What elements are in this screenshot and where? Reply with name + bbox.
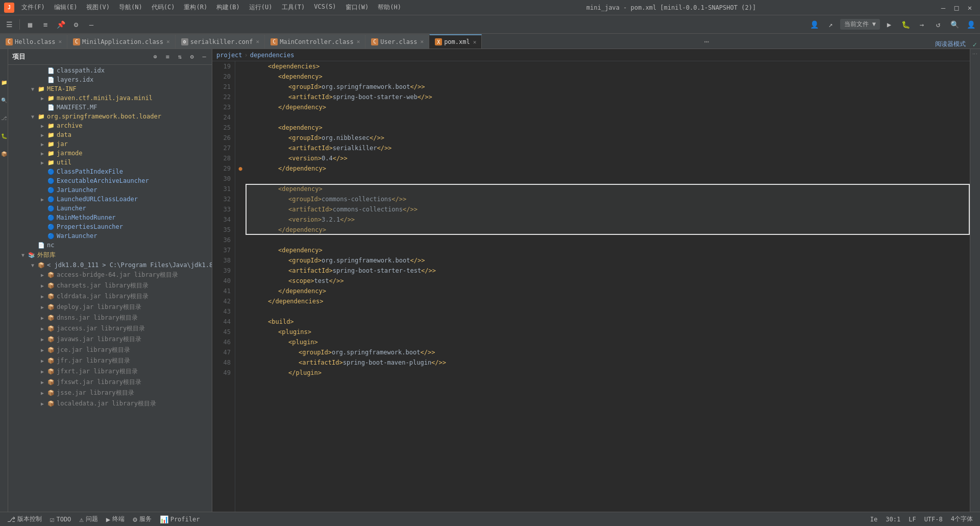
account-btn[interactable]: 👤 <box>964 17 978 32</box>
search-btn[interactable]: 🔍 <box>947 17 962 32</box>
person-icon[interactable]: 👤 <box>807 17 822 32</box>
sidebar-collapse-btn[interactable]: — <box>199 51 210 62</box>
tree-item-25[interactable]: ▶📦deploy.jar library根目录 <box>8 302 212 313</box>
menu-refactor[interactable]: 重构(R) <box>180 2 211 13</box>
tree-item-18[interactable]: 🔵WarLauncher <box>8 231 212 241</box>
menu-code[interactable]: 代码(C) <box>148 2 179 13</box>
activity-git-icon[interactable]: ⎇ <box>1 115 7 121</box>
status-line-ending[interactable]: LF <box>905 514 919 525</box>
tree-item-11[interactable]: 🔵ClassPathIndexFile <box>8 167 212 176</box>
tree-item-22[interactable]: ▶📦access-bridge-64.jar library根目录 <box>8 270 212 280</box>
tree-item-13[interactable]: 🔵JarLauncher <box>8 185 212 195</box>
activity-project-icon[interactable]: 📁 <box>1 80 7 85</box>
toolbar-project-toggle[interactable]: ▦ <box>23 17 37 32</box>
tree-item-26[interactable]: ▶📦dnsns.jar library根目录 <box>8 313 212 323</box>
right-panel-icon-1[interactable]: ⋮ <box>972 51 978 57</box>
arrow-icon[interactable]: ↗ <box>824 17 838 32</box>
status-services[interactable]: ⚙ 服务 <box>130 514 154 525</box>
tab-minil[interactable]: C MinilApplication.class ✕ <box>67 34 176 49</box>
toolbar-collapse-btn[interactable]: — <box>84 17 99 32</box>
tree-item-4[interactable]: 📄MANIFEST.MF <box>8 103 212 112</box>
sidebar-sort-btn[interactable]: ⇅ <box>174 51 185 62</box>
tab-hello[interactable]: C Hello.class ✕ <box>0 34 67 49</box>
menu-edit[interactable]: 编辑(E) <box>50 2 82 13</box>
tabs-more-button[interactable]: ⋯ <box>700 34 713 49</box>
tab-close-hello[interactable]: ✕ <box>58 38 62 45</box>
toolbar-layout-btn[interactable]: ≡ <box>38 17 53 32</box>
menu-run[interactable]: 运行(U) <box>245 2 277 13</box>
sidebar-settings-btn[interactable]: ⚙ <box>186 51 198 62</box>
menu-file[interactable]: 文件(F) <box>17 2 49 13</box>
status-problems[interactable]: ⚠ 问题 <box>76 514 101 525</box>
activity-debug-icon[interactable]: 🐛 <box>1 133 7 139</box>
tree-item-33[interactable]: ▶📦jsse.jar library根目录 <box>8 388 212 398</box>
tree-item-7[interactable]: ▶📁data <box>8 130 212 139</box>
toolbar-menu-icon[interactable]: ☰ <box>2 17 16 32</box>
tab-userclass[interactable]: C User.class ✕ <box>365 34 429 49</box>
tree-item-17[interactable]: 🔵PropertiesLauncher <box>8 222 212 231</box>
tree-item-34[interactable]: ▶📦localedata.jar library根目录 <box>8 398 212 409</box>
status-position[interactable]: 30:1 <box>883 514 903 525</box>
tab-close-serialkiller[interactable]: ✕ <box>256 38 260 45</box>
debug-btn[interactable]: 🐛 <box>898 17 913 32</box>
activity-ext-icon[interactable]: 📦 <box>1 151 7 157</box>
tree-item-29[interactable]: ▶📦jce.jar library根目录 <box>8 345 212 355</box>
menu-help[interactable]: 帮助(H) <box>374 2 405 13</box>
tree-item-10[interactable]: ▶📁util <box>8 158 212 167</box>
refresh-btn[interactable]: ↺ <box>931 17 945 32</box>
status-ie[interactable]: Ie <box>867 514 880 525</box>
tree-item-9[interactable]: ▶📁jarmode <box>8 149 212 158</box>
tab-close-maincontroller[interactable]: ✕ <box>357 38 360 45</box>
menu-build[interactable]: 构建(B) <box>212 2 244 13</box>
code-lines[interactable]: <dependencies><dependency><groupId>org.s… <box>246 61 970 512</box>
tab-close-userclass[interactable]: ✕ <box>421 38 424 45</box>
menu-window[interactable]: 窗口(W) <box>341 2 373 13</box>
tree-item-16[interactable]: 🔵MainMethodRunner <box>8 213 212 222</box>
tree-item-30[interactable]: ▶📦jfr.jar library根目录 <box>8 355 212 366</box>
tab-pom[interactable]: X pom.xml ✕ <box>429 34 482 49</box>
status-layout[interactable]: 4个字体 <box>948 514 976 525</box>
tree-item-2[interactable]: ▼📁META-INF <box>8 84 212 93</box>
tree-item-24[interactable]: ▶📦cldrdata.jar library根目录 <box>8 291 212 302</box>
tree-item-8[interactable]: ▶📁jar <box>8 139 212 149</box>
close-button[interactable]: ✕ <box>964 3 976 13</box>
tree-item-1[interactable]: 📄layers.idx <box>8 75 212 84</box>
tree-item-21[interactable]: ▼📦< jdk1.8.0_111 > C:\Program Files\Java… <box>8 260 212 270</box>
tree-item-3[interactable]: ▶📁maven.ctf.minil.java.minil <box>8 93 212 103</box>
reader-mode-label[interactable]: 阅读器模式 <box>931 40 970 49</box>
menu-navigate[interactable]: 导航(N) <box>115 2 146 13</box>
tab-close-pom[interactable]: ✕ <box>473 39 477 45</box>
tree-item-19[interactable]: 📄nc <box>8 241 212 250</box>
tree-item-0[interactable]: 📄classpath.idx <box>8 66 212 75</box>
tab-close-minil[interactable]: ✕ <box>166 38 170 45</box>
tree-item-28[interactable]: ▶📦javaws.jar library根目录 <box>8 334 212 345</box>
tree-item-27[interactable]: ▶📦jaccess.jar library根目录 <box>8 323 212 334</box>
menu-vcs[interactable]: VCS(S) <box>310 2 340 13</box>
status-profiler[interactable]: 📊 Profiler <box>157 514 203 525</box>
tab-maincontroller[interactable]: C MainController.class ✕ <box>265 34 365 49</box>
menu-view[interactable]: 视图(V) <box>82 2 114 13</box>
toolbar-settings-btn[interactable]: ⚙ <box>69 17 83 32</box>
tab-serialkiller[interactable]: ⚙ serialkiller.conf ✕ <box>176 34 265 49</box>
tree-item-15[interactable]: 🔵Launcher <box>8 204 212 213</box>
current-file-dropdown[interactable]: 当前文件 ▼ <box>840 19 880 30</box>
sidebar-layout-btn[interactable]: ≡ <box>162 51 173 62</box>
tree-item-31[interactable]: ▶📦jfxrt.jar library根目录 <box>8 366 212 377</box>
tree-item-20[interactable]: ▼📚外部库 <box>8 250 212 260</box>
redo-btn[interactable]: → <box>915 17 929 32</box>
sidebar-scope-btn[interactable]: ⊕ <box>150 51 161 62</box>
tree-item-6[interactable]: ▶📁archive <box>8 121 212 130</box>
maximize-button[interactable]: □ <box>950 3 963 13</box>
status-todo[interactable]: ☑ TODO <box>47 514 74 525</box>
tree-item-14[interactable]: ▶🔵LaunchedURLClassLoader <box>8 195 212 204</box>
toolbar-pin-btn[interactable]: 📌 <box>54 17 68 32</box>
menu-tools[interactable]: 工具(T) <box>278 2 309 13</box>
minimize-button[interactable]: — <box>937 3 949 13</box>
tree-item-23[interactable]: ▶📦charsets.jar library根目录 <box>8 280 212 291</box>
tree-item-12[interactable]: 🔵ExecutableArchiveLauncher <box>8 176 212 185</box>
status-encoding[interactable]: UTF-8 <box>921 514 946 525</box>
status-version-control[interactable]: ⎇ 版本控制 <box>4 514 45 525</box>
tree-item-32[interactable]: ▶📦jfxswt.jar library根目录 <box>8 377 212 388</box>
activity-search-icon[interactable]: 🔍 <box>1 98 7 103</box>
status-terminal[interactable]: ▶ 终端 <box>103 514 128 525</box>
